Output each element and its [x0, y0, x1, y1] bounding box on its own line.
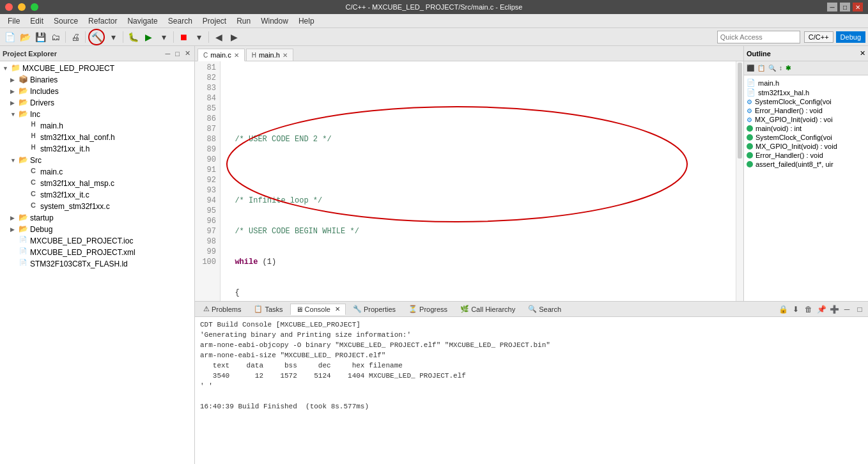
tree-item-src[interactable]: ▼ 📂 Src [0, 155, 194, 166]
editor-scrollbar[interactable] [736, 61, 743, 301]
bottom-scroll-end[interactable]: ⬇ [790, 304, 802, 315]
stop-dropdown[interactable]: ▾ [192, 30, 206, 44]
outline-error-def[interactable]: Error_Handler() : void [747, 151, 865, 160]
menu-help[interactable]: Help [293, 15, 320, 27]
tree-item-drivers[interactable]: ▶ 📂 Drivers [0, 97, 194, 109]
ld-icon: 📄 [18, 259, 28, 269]
new-button[interactable]: 📄 [3, 30, 17, 44]
outline-hal-h[interactable]: 📄 stm32f1xx_hal.h [747, 88, 865, 97]
perspective-debug[interactable]: Debug [836, 31, 865, 43]
tab-call-hierarchy[interactable]: 🌿 Call Hierarchy [454, 303, 521, 315]
startup-label: startup [30, 213, 54, 222]
tree-item-hal-conf-h[interactable]: H stm32f1xx_hal_conf.h [0, 132, 194, 143]
save-all-button[interactable]: 🗂 [49, 30, 63, 44]
outline-sysclock-decl[interactable]: ⚙ SystemClock_Config(voi [747, 97, 865, 106]
menu-navigate[interactable]: Navigate [122, 15, 162, 27]
tree-item-binaries[interactable]: ▶ 📦 Binaries [0, 74, 194, 86]
right-panel-close[interactable]: ✕ [860, 49, 865, 58]
menu-window[interactable]: Window [256, 15, 293, 27]
tab-problems[interactable]: ⚠ Problems [198, 303, 247, 315]
tab-search[interactable]: 🔍 Search [522, 303, 567, 315]
tree-item-inc[interactable]: ▼ 📂 Inc [0, 109, 194, 120]
tab-tasks[interactable]: 📋 Tasks [248, 303, 288, 315]
print-button[interactable]: 🖨 [68, 30, 82, 44]
outline-mxgpio-decl[interactable]: ⚙ MX_GPIO_Init(void) : voi [747, 115, 865, 124]
sidebar-maximize[interactable]: □ [174, 50, 181, 58]
menu-refactor[interactable]: Refactor [83, 15, 122, 27]
tree-item-ioc[interactable]: 📄 MXCUBE_LED_PROJECT.ioc [0, 235, 194, 247]
menu-file[interactable]: File [3, 15, 25, 27]
build-dropdown[interactable]: ▾ [106, 30, 120, 44]
console-close[interactable]: ✕ [335, 305, 340, 313]
save-button[interactable]: 💾 [33, 30, 47, 44]
outline-toolbar-btn4[interactable]: ↕ [778, 63, 784, 73]
tree-item-xml[interactable]: 📄 MXCUBE_LED_PROJECT.xml [0, 247, 194, 258]
bottom-minimize[interactable]: ─ [841, 304, 853, 315]
menu-run[interactable]: Run [231, 15, 256, 27]
tab-main-c[interactable]: C main.c ✕ [198, 49, 245, 61]
tasks-icon: 📋 [254, 305, 263, 313]
menu-edit[interactable]: Edit [25, 15, 49, 27]
tree-item-hal-msp-c[interactable]: C stm32f1xx_hal_msp.c [0, 178, 194, 189]
minimize-button[interactable]: ─ [827, 3, 837, 12]
tab-console[interactable]: 🖥 Console ✕ [290, 304, 346, 315]
back-button[interactable]: ◀ [212, 30, 226, 44]
tree-item-system-c[interactable]: C system_stm32f1xx.c [0, 201, 194, 212]
tab-main-h-close[interactable]: ✕ [283, 52, 288, 59]
outline-main-h[interactable]: 📄 main.h [747, 78, 865, 88]
outline-main-def[interactable]: main(void) : int [747, 124, 865, 133]
tree-item-it-h[interactable]: H stm32f1xx_it.h [0, 143, 194, 155]
outline-sysclock-def[interactable]: SystemClock_Config(voi [747, 133, 865, 142]
code-line-85: /* USER CODE BEGIN WHILE */ [226, 226, 731, 236]
sidebar-minimize[interactable]: ─ [164, 50, 172, 58]
stop-button[interactable]: ⏹ [176, 30, 190, 44]
sidebar-header: Project Explorer ─ □ ✕ [0, 46, 194, 61]
run-button[interactable]: ▶ [141, 30, 155, 44]
tree-item-startup[interactable]: ▶ 📂 startup [0, 212, 194, 224]
tab-progress[interactable]: ⏳ Progress [403, 303, 453, 315]
bottom-new-console[interactable]: ➕ [828, 304, 840, 315]
perspective-cc[interactable]: C/C++ [804, 31, 833, 43]
build-button[interactable]: 🔨 [88, 29, 105, 45]
bottom-scroll-lock[interactable]: 🔒 [777, 304, 789, 315]
tab-properties[interactable]: 🔧 Properties [347, 303, 401, 315]
debug-button[interactable]: 🐛 [126, 30, 140, 44]
close-button[interactable]: ✕ [853, 3, 863, 12]
code-editor[interactable]: /* USER CODE END 2 */ /* Infinite loop *… [221, 61, 736, 301]
bottom-clear[interactable]: 🗑 [803, 304, 814, 315]
maximize-button[interactable]: □ [840, 3, 850, 12]
outline-error-handler-decl[interactable]: ⚙ Error_Handler() : void [747, 106, 865, 115]
tree-arrow-debug: ▶ [10, 226, 18, 233]
outline-mxgpio-def[interactable]: MX_GPIO_Init(void) : void [747, 142, 865, 151]
tab-main-c-close[interactable]: ✕ [234, 52, 239, 59]
tree-item-main-h[interactable]: H main.h [0, 120, 194, 132]
outline-assert-def[interactable]: assert_failed(uint8_t*, uir [747, 160, 865, 169]
run-dropdown[interactable]: ▾ [157, 30, 171, 44]
code-line-87: { [226, 288, 731, 298]
outline-toolbar-btn2[interactable]: 📋 [756, 63, 766, 73]
tree-item-ld[interactable]: 📄 STM32F103C8Tx_FLASH.ld [0, 258, 194, 270]
tab-main-h[interactable]: H main.h ✕ [246, 49, 293, 61]
menu-project[interactable]: Project [198, 15, 231, 27]
min-btn-mac[interactable] [18, 3, 26, 11]
outline-assert-def-label: assert_failed(uint8_t*, uir [756, 160, 833, 168]
sidebar-close[interactable]: ✕ [183, 49, 192, 58]
outline-toolbar-btn1[interactable]: ⬛ [745, 63, 756, 73]
max-btn-mac[interactable] [31, 3, 38, 11]
menu-source[interactable]: Source [49, 15, 83, 27]
tree-item-main-c[interactable]: C main.c [0, 166, 194, 178]
quick-access-input[interactable] [717, 31, 800, 43]
close-btn-mac[interactable] [5, 3, 13, 11]
tree-item-includes[interactable]: ▶ 📂 Includes [0, 86, 194, 97]
forward-button[interactable]: ▶ [227, 30, 241, 44]
open-button[interactable]: 📂 [18, 30, 32, 44]
tree-item-project[interactable]: ▼ 📁 MXCUBE_LED_PROJECT [0, 63, 194, 74]
tree-item-debug[interactable]: ▶ 📂 Debug [0, 224, 194, 235]
menu-search[interactable]: Search [163, 15, 198, 27]
outline-toolbar-btn5[interactable]: ✱ [784, 63, 792, 73]
bottom-panel: ⚠ Problems 📋 Tasks 🖥 Console ✕ 🔧 Propert… [195, 301, 868, 464]
bottom-pin[interactable]: 📌 [816, 304, 827, 315]
tree-item-it-c[interactable]: C stm32f1xx_it.c [0, 189, 194, 201]
bottom-maximize[interactable]: □ [854, 304, 865, 315]
outline-toolbar-btn3[interactable]: 🔍 [767, 63, 777, 73]
